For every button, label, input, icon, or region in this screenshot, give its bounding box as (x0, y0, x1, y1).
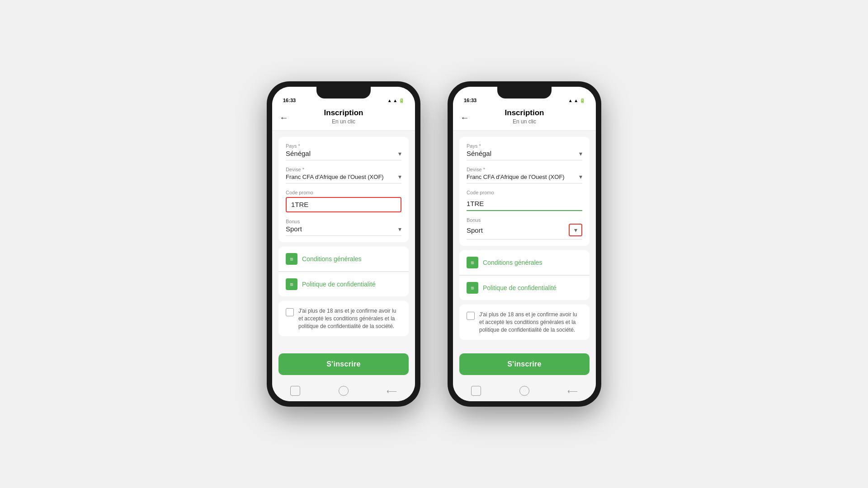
politique-text-2: Politique de confidentialité (483, 284, 557, 291)
devise-chevron-2[interactable]: ▾ (579, 173, 582, 180)
checkbox-area-2: J'ai plus de 18 ans et je confirme avoir… (459, 305, 590, 340)
promo-input-2[interactable] (467, 197, 582, 211)
checkbox-area-1: J'ai plus de 18 ans et je confirme avoir… (278, 301, 409, 336)
home-back-1[interactable]: ⟵ (387, 387, 397, 395)
bonus-row-2[interactable]: Sport ▾ (467, 224, 582, 239)
code-promo-field-2: Code promo (467, 190, 582, 211)
pays-chevron-2[interactable]: ▾ (579, 150, 582, 157)
status-icons-1: ▲ ▲ 🔋 (387, 98, 404, 103)
content-1: Pays * Sénégal ▾ Devise * Franc CFA d'Af… (272, 131, 415, 348)
bonus-field-2: Bonus Sport ▾ (467, 217, 582, 239)
devise-label-1: Devise * (286, 167, 401, 172)
age-checkbox-2[interactable] (467, 312, 475, 320)
politique-icon-2: ≡ (467, 282, 478, 294)
pays-field-2: Pays * Sénégal ▾ (467, 143, 582, 160)
bonus-label-2: Bonus (467, 217, 582, 223)
bonus-chevron-1[interactable]: ▾ (398, 225, 401, 233)
back-button-2[interactable]: ← (460, 113, 469, 123)
bonus-field-1: Bonus Sport ▾ (286, 219, 401, 236)
bonus-value-2: Sport (467, 226, 483, 234)
politique-text-1: Politique de confidentialité (302, 281, 376, 288)
conditions-item-2[interactable]: ≡ Conditions générales (459, 250, 590, 275)
promo-input-wrapper-1[interactable] (286, 197, 401, 212)
footer-1: S'inscrire (272, 348, 415, 382)
devise-field-2: Devise * Franc CFA d'Afrique de l'Ouest … (467, 167, 582, 183)
home-back-2[interactable]: ⟵ (567, 387, 578, 395)
phone-2: 16:33 ▲ ▲ 🔋 ← Inscription En un clic Pay… (448, 81, 601, 407)
page-title-2: Inscription (462, 108, 587, 117)
phone-1: 16:33 ▲ ▲ 🔋 ← Inscription En un clic Pay… (267, 81, 420, 407)
politique-item-1[interactable]: ≡ Politique de confidentialité (278, 272, 409, 296)
bonus-label-1: Bonus (286, 219, 401, 224)
devise-value-1: Franc CFA d'Afrique de l'Ouest (XOF) (286, 174, 384, 180)
footer-2: S'inscrire (453, 348, 596, 382)
bonus-row-1[interactable]: Sport ▾ (286, 225, 401, 236)
app-header-1: ← Inscription En un clic (272, 105, 415, 131)
info-card-1: ≡ Conditions générales ≡ Politique de co… (278, 247, 409, 296)
status-time-1: 16:33 (283, 98, 296, 103)
home-bar-1: ⟵ (272, 382, 415, 401)
politique-item-2[interactable]: ≡ Politique de confidentialité (459, 276, 590, 300)
pays-value-1: Sénégal (286, 150, 311, 157)
home-circle-2[interactable] (519, 386, 529, 396)
devise-row-2[interactable]: Franc CFA d'Afrique de l'Ouest (XOF) ▾ (467, 173, 582, 183)
pays-row-1[interactable]: Sénégal ▾ (286, 150, 401, 160)
pays-row-2[interactable]: Sénégal ▾ (467, 150, 582, 160)
page-subtitle-1: En un clic (281, 118, 406, 125)
conditions-icon-1: ≡ (286, 253, 297, 265)
info-card-2: ≡ Conditions générales ≡ Politique de co… (459, 250, 590, 300)
conditions-text-1: Conditions générales (302, 255, 362, 263)
devise-value-2: Franc CFA d'Afrique de l'Ouest (XOF) (467, 174, 565, 180)
devise-label-2: Devise * (467, 167, 582, 172)
pays-value-2: Sénégal (467, 150, 491, 157)
status-time-2: 16:33 (464, 98, 476, 103)
politique-icon-1: ≡ (286, 278, 297, 290)
pays-chevron-1[interactable]: ▾ (398, 150, 401, 157)
code-promo-field-1: Code promo (286, 190, 401, 212)
app-header-2: ← Inscription En un clic (453, 105, 596, 131)
promo-input-1[interactable] (291, 201, 396, 208)
promo-label-1: Code promo (286, 190, 401, 195)
checkbox-text-1: J'ai plus de 18 ans et je confirme avoir… (298, 307, 401, 330)
home-circle-1[interactable] (339, 386, 349, 396)
promo-label-2: Code promo (467, 190, 582, 195)
back-button-1[interactable]: ← (279, 113, 288, 123)
pays-label-1: Pays * (286, 143, 401, 149)
notch-1 (316, 87, 371, 99)
devise-row-1[interactable]: Franc CFA d'Afrique de l'Ouest (XOF) ▾ (286, 173, 401, 183)
form-card-1: Pays * Sénégal ▾ Devise * Franc CFA d'Af… (278, 137, 409, 242)
home-bar-2: ⟵ (453, 382, 596, 401)
pays-label-2: Pays * (467, 143, 582, 149)
bonus-value-1: Sport (286, 225, 302, 233)
devise-field-1: Devise * Franc CFA d'Afrique de l'Ouest … (286, 167, 401, 183)
status-icons-2: ▲ ▲ 🔋 (568, 98, 585, 103)
devise-chevron-1[interactable]: ▾ (398, 173, 401, 180)
pays-field-1: Pays * Sénégal ▾ (286, 143, 401, 160)
checkbox-text-2: J'ai plus de 18 ans et je confirme avoir… (479, 311, 582, 333)
notch-2 (497, 87, 552, 99)
conditions-icon-2: ≡ (467, 257, 478, 268)
conditions-item-1[interactable]: ≡ Conditions générales (278, 247, 409, 272)
form-card-2: Pays * Sénégal ▾ Devise * Franc CFA d'Af… (459, 137, 590, 246)
age-checkbox-1[interactable] (286, 308, 294, 316)
content-2: Pays * Sénégal ▾ Devise * Franc CFA d'Af… (453, 131, 596, 348)
conditions-text-2: Conditions générales (483, 259, 542, 266)
page-subtitle-2: En un clic (462, 118, 587, 125)
register-button-2[interactable]: S'inscrire (459, 353, 590, 375)
register-button-1[interactable]: S'inscrire (278, 353, 409, 375)
bonus-chevron-red-2[interactable]: ▾ (569, 224, 582, 236)
home-square-2[interactable] (471, 386, 481, 396)
page-title-1: Inscription (281, 108, 406, 117)
home-square-1[interactable] (290, 386, 300, 396)
